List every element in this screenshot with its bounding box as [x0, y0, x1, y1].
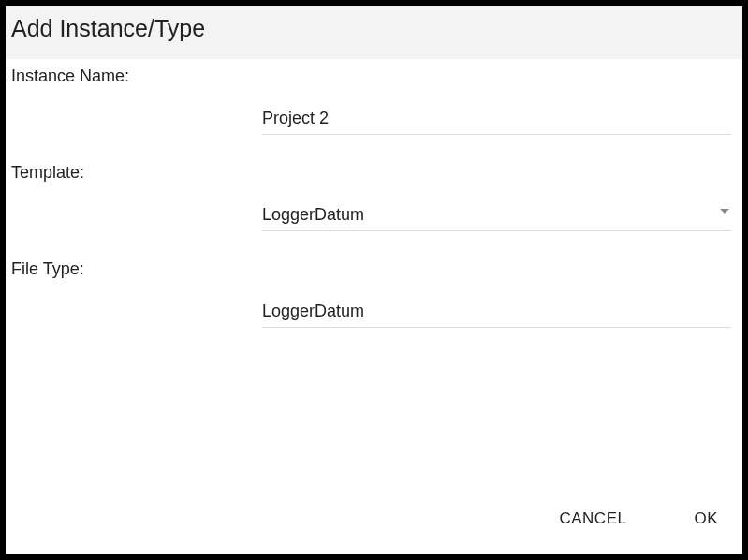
dialog-title: Add Instance/Type: [11, 15, 737, 42]
ok-button[interactable]: OK: [686, 504, 726, 534]
instance-name-field: Instance Name:: [11, 66, 737, 135]
template-select[interactable]: LoggerDatum: [262, 201, 731, 231]
template-field: Template: LoggerDatum: [11, 163, 737, 231]
file-type-label: File Type:: [11, 259, 737, 279]
file-type-input[interactable]: [262, 298, 731, 328]
cancel-button[interactable]: CANCEL: [551, 504, 634, 534]
file-type-input-wrap: [262, 298, 731, 328]
instance-name-input[interactable]: [262, 105, 731, 135]
dialog-content: Instance Name: Template: LoggerDatum Fil…: [6, 59, 742, 504]
add-instance-dialog: Add Instance/Type Instance Name: Templat…: [6, 6, 742, 554]
instance-name-label: Instance Name:: [11, 66, 737, 86]
template-label: Template:: [11, 163, 737, 183]
instance-name-input-wrap: [262, 105, 731, 135]
dialog-actions: CANCEL OK: [6, 504, 742, 554]
file-type-field: File Type:: [11, 259, 737, 328]
dialog-header: Add Instance/Type: [6, 6, 742, 59]
template-select-wrap: LoggerDatum: [262, 201, 731, 231]
